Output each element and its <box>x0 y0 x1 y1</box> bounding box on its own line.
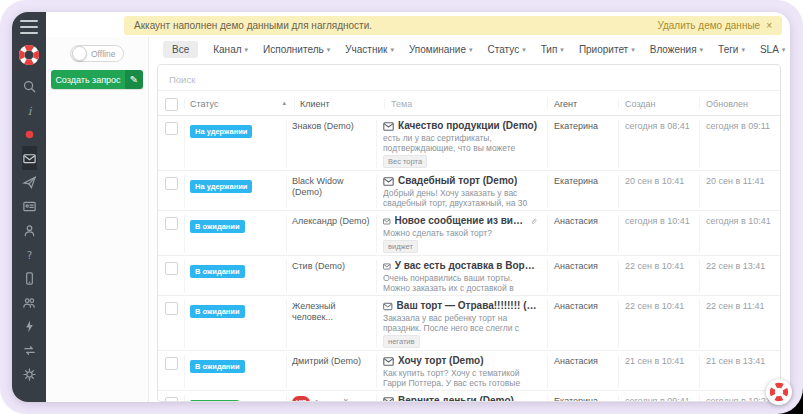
created-cell: 22 сен в 10:41 <box>618 300 699 348</box>
create-request-button[interactable]: Создать запрос ✎ <box>51 70 143 89</box>
header-client[interactable]: Клиент <box>294 98 384 110</box>
id-card-icon[interactable] <box>22 194 37 218</box>
filter-tab-sla[interactable]: SLA▾ <box>760 44 785 55</box>
create-panel: Offline Создать запрос ✎ <box>46 37 149 402</box>
filter-tab-приоритет[interactable]: Приоритет▾ <box>579 44 635 55</box>
tickets-card: Статус ▴ Клиент Тема Агент Создан Обновл… <box>157 64 781 402</box>
vip-badge: VIP <box>292 396 310 401</box>
filter-tab-участник[interactable]: Участник▾ <box>345 44 394 55</box>
created-cell: сегодня в 09:41 <box>618 395 699 401</box>
table-row[interactable]: В ожидании Железный человек... Ваш торт … <box>158 296 780 351</box>
created-cell: 22 сен в 10:41 <box>618 260 699 293</box>
info-icon[interactable]: i <box>22 98 37 122</box>
help-widget-button[interactable] <box>766 379 792 405</box>
ticket-subject: Новое сообщение из виджета (Demo)... <box>395 215 527 227</box>
client-cell: Стив (Demo) <box>286 260 376 293</box>
mail-icon[interactable] <box>22 146 37 170</box>
created-cell: сегодня в 08:41 <box>618 120 699 168</box>
row-checkbox[interactable] <box>165 397 178 401</box>
create-request-label: Создать запрос <box>51 70 125 89</box>
ticket-subject: Хочу торт (Demo) <box>398 355 484 367</box>
sync-icon[interactable] <box>22 338 37 362</box>
user-icon[interactable] <box>22 218 37 242</box>
header-created[interactable]: Создан <box>618 98 699 109</box>
envelope-icon <box>383 217 391 226</box>
client-cell: Дмитрий (Demo) <box>286 355 376 388</box>
table-row[interactable]: На удержании Black Widow (Demo) Свадебны… <box>158 171 780 211</box>
filter-tab-вложения[interactable]: Вложения▾ <box>650 44 703 55</box>
team-icon[interactable] <box>22 290 37 314</box>
banner-close-icon[interactable]: × <box>766 20 772 31</box>
updated-cell: 22 сен в 11:41 <box>699 300 780 348</box>
sidebar-icon-list: i? <box>22 74 37 386</box>
sort-asc-icon: ▴ <box>282 99 286 109</box>
status-badge: Выполнен <box>190 400 239 401</box>
table-row[interactable]: В ожидании Стив (Demo) У вас есть достав… <box>158 256 780 296</box>
filter-tab-канал[interactable]: Канал▾ <box>213 44 248 55</box>
table-row[interactable]: На удержании Знаков (Demo) Качество прод… <box>158 116 780 171</box>
subject-cell: У вас есть доставка в Воркуту? (Demo)...… <box>376 260 547 293</box>
search-input[interactable] <box>167 73 775 86</box>
phone-icon[interactable] <box>22 266 37 290</box>
tag-chip: Вес торта <box>383 155 427 168</box>
gear-icon[interactable] <box>22 362 37 386</box>
row-checkbox[interactable] <box>165 177 178 190</box>
updated-cell: сегодня в 10:41 <box>699 215 780 253</box>
svg-text:?: ? <box>26 248 31 260</box>
table-row[interactable]: В ожидании Дмитрий (Demo) Хочу торт (Dem… <box>158 351 780 391</box>
filter-tab-исполнитель[interactable]: Исполнитель▾ <box>263 44 330 55</box>
record-dot-icon[interactable] <box>22 122 37 146</box>
row-checkbox[interactable] <box>165 262 178 275</box>
subject-cell: Хочу торт (Demo) Как купить торт? Хочу с… <box>376 355 547 388</box>
filter-tab-тип[interactable]: Тип▾ <box>541 44 564 55</box>
header-subject[interactable]: Тема <box>384 99 547 109</box>
filter-tab-теги[interactable]: Теги▾ <box>718 44 745 55</box>
pencil-icon: ✎ <box>125 70 143 89</box>
filter-tab-все[interactable]: Все <box>163 41 198 58</box>
send-icon[interactable] <box>22 170 37 194</box>
search-icon[interactable] <box>22 74 37 98</box>
table-row[interactable]: Выполнен VIPАлексей (De... Верните деньг… <box>158 391 780 401</box>
chevron-down-icon: ▾ <box>522 46 526 53</box>
status-badge: В ожидании <box>190 265 245 278</box>
tag-chip: негатив <box>383 335 420 348</box>
search-row <box>158 65 780 91</box>
hamburger-menu-icon[interactable] <box>20 18 38 36</box>
ticket-list: На удержании Знаков (Demo) Качество прод… <box>158 116 780 401</box>
created-cell: сегодня в 10:41 <box>618 215 699 253</box>
ticket-subject: У вас есть доставка в Воркуту? (Demo)... <box>395 260 537 272</box>
client-cell: Black Widow (Demo) <box>286 175 376 208</box>
row-checkbox[interactable] <box>165 122 178 135</box>
delete-demo-data-link[interactable]: Удалить демо данные <box>657 20 760 31</box>
online-status-toggle[interactable]: Offline <box>70 45 124 62</box>
ticket-tags: негатив <box>383 335 537 348</box>
envelope-icon <box>383 122 394 131</box>
chevron-down-icon: ▾ <box>631 46 635 53</box>
select-all-checkbox[interactable] <box>165 98 178 111</box>
row-checkbox[interactable] <box>165 302 178 315</box>
ticket-tags: Вес торта <box>383 155 537 168</box>
bolt-icon[interactable] <box>22 314 37 338</box>
header-updated[interactable]: Обновлен <box>699 98 780 109</box>
help-icon[interactable]: ? <box>22 242 37 266</box>
table-row[interactable]: В ожидании Александр (Demo) Новое сообще… <box>158 211 780 256</box>
header-status[interactable]: Статус ▴ <box>184 99 294 109</box>
subject-cell: Ваш торт — Отрава!!!!!!!! (Demo) Заказал… <box>376 300 547 348</box>
client-cell: VIPАлексей (De... <box>286 395 376 401</box>
filter-tab-статус[interactable]: Статус▾ <box>488 44 526 55</box>
header-agent[interactable]: Агент <box>547 98 618 109</box>
toggle-label: Offline <box>91 49 115 59</box>
envelope-icon <box>383 302 393 311</box>
ticket-preview: Заказала у вас ребенку торт на праздник.… <box>383 313 537 333</box>
row-checkbox[interactable] <box>165 217 178 230</box>
envelope-icon <box>383 177 394 186</box>
agent-cell: Анастасия <box>547 215 618 253</box>
status-badge: На удержании <box>190 125 252 138</box>
chevron-down-icon: ▾ <box>782 46 786 53</box>
updated-cell: 22 сен в 13:41 <box>699 260 780 293</box>
filter-tab-упоминание[interactable]: Упоминание▾ <box>409 44 473 55</box>
row-checkbox[interactable] <box>165 357 178 370</box>
chevron-down-icon: ▾ <box>700 46 704 53</box>
filter-bar: ВсеКанал▾Исполнитель▾Участник▾Упоминание… <box>149 37 790 63</box>
ticket-preview: Добрый день! Хочу заказать у вас свадебн… <box>383 188 537 208</box>
